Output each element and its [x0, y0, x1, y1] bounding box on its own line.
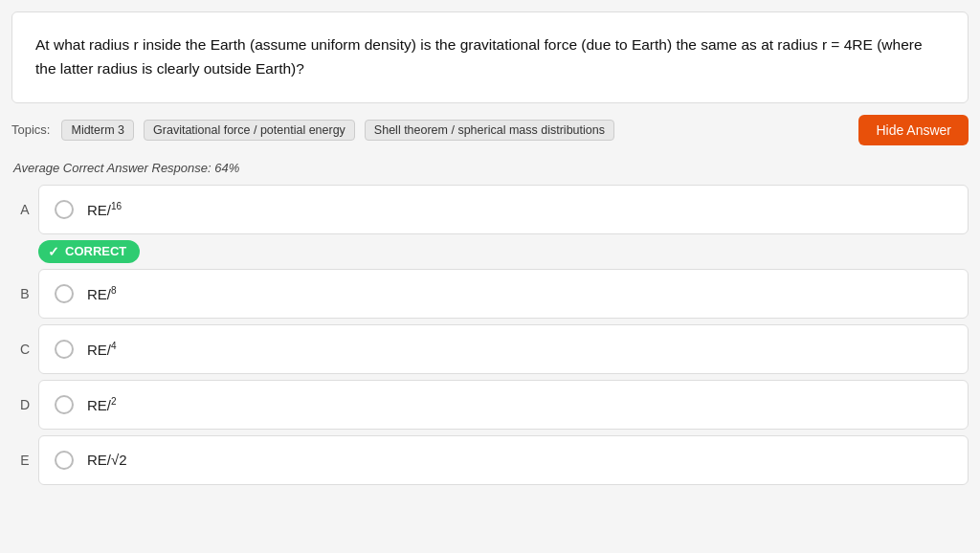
option-row-c: C RE/4	[11, 324, 969, 374]
radio-d[interactable]	[55, 395, 74, 414]
options-section: A RE/16 ✓ CORRECT B RE/8 C	[0, 185, 980, 485]
option-text-e: RE/√2	[87, 452, 127, 468]
option-text-b: RE/8	[87, 285, 117, 302]
question-box: At what radius r inside the Earth (assum…	[11, 11, 969, 103]
topics-label: Topics:	[11, 122, 50, 137]
option-text-c: RE/4	[87, 341, 117, 358]
topic-badge-shell: Shell theorem / spherical mass distribut…	[365, 120, 614, 141]
topics-bar: Topics: Midterm 3 Gravitational force / …	[0, 103, 980, 157]
average-response: Average Correct Answer Response: 64%	[0, 157, 980, 185]
page-wrapper: At what radius r inside the Earth (assum…	[0, 11, 980, 553]
option-box-c[interactable]: RE/4	[38, 324, 969, 374]
option-row-e: E RE/√2	[11, 435, 969, 485]
option-letter-d: D	[11, 397, 38, 412]
topic-badge-midterm: Midterm 3	[61, 120, 134, 141]
option-letter-b: B	[11, 286, 38, 301]
option-row-b: B RE/8	[11, 269, 969, 319]
hide-answer-button[interactable]: Hide Answer	[858, 115, 969, 145]
option-box-a[interactable]: RE/16	[38, 185, 969, 234]
question-text: At what radius r inside the Earth (assum…	[35, 33, 945, 81]
correct-label: CORRECT	[65, 244, 126, 258]
topic-badge-gravity: Gravitational force / potential energy	[144, 120, 355, 141]
option-box-b[interactable]: RE/8	[38, 269, 969, 319]
option-box-d[interactable]: RE/2	[38, 380, 969, 430]
option-text-a: RE/16	[87, 201, 122, 218]
radio-e[interactable]	[55, 451, 74, 470]
correct-badge: ✓ CORRECT	[38, 240, 140, 263]
option-letter-e: E	[11, 453, 38, 468]
radio-a[interactable]	[55, 200, 74, 219]
radio-c[interactable]	[55, 340, 74, 359]
check-icon: ✓	[48, 244, 59, 259]
option-text-d: RE/2	[87, 396, 117, 413]
option-row-a: A RE/16	[11, 185, 969, 234]
radio-b[interactable]	[55, 284, 74, 303]
option-a-wrapper: A RE/16 ✓ CORRECT	[11, 185, 969, 263]
option-letter-a: A	[11, 202, 38, 217]
option-row-d: D RE/2	[11, 380, 969, 430]
option-letter-c: C	[11, 342, 38, 357]
option-box-e[interactable]: RE/√2	[38, 435, 969, 485]
